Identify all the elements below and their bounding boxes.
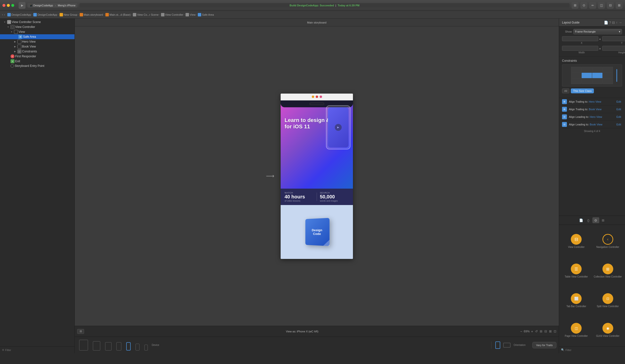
- zoom-in-btn[interactable]: +: [531, 330, 533, 333]
- layout3-icon[interactable]: ⊡: [554, 330, 556, 333]
- layout2-icon[interactable]: ⊠: [549, 330, 552, 333]
- breadcrumb-item-6[interactable]: View Co...r Scene: [133, 13, 158, 16]
- disclosure-vc[interactable]: ▾: [6, 25, 10, 29]
- portrait-option[interactable]: [495, 341, 500, 349]
- constraint-text-2: Align Trailing to: Book View: [569, 108, 614, 111]
- web-button[interactable]: ⊙: [580, 2, 587, 9]
- disclosure-heroview[interactable]: ▶: [13, 40, 17, 43]
- obj-item-vc[interactable]: ⊟ View Controller: [561, 227, 592, 255]
- tree-item-view[interactable]: ▾ View: [0, 29, 74, 34]
- obj-item-glvc[interactable]: ◉ GLKit View Controller: [593, 316, 623, 344]
- tree-item-heroview[interactable]: ▶ Hero View: [0, 39, 74, 44]
- lib-tab-file[interactable]: 📄: [578, 217, 585, 223]
- bc-label-1: DesignCodeApp: [11, 13, 31, 16]
- width-stepper-up[interactable]: ▲: [599, 47, 601, 50]
- device-ipad-pro[interactable]: [91, 340, 102, 352]
- version-editor[interactable]: ⊠: [616, 2, 623, 9]
- disclosure-vc-scene[interactable]: ▾: [3, 20, 6, 24]
- tree-item-vc[interactable]: ▾ View Controller: [0, 25, 74, 29]
- tree-item-firstresponder[interactable]: F First Responder: [0, 54, 74, 59]
- all-constraints-btn[interactable]: All: [562, 88, 569, 93]
- x-stepper-up[interactable]: ▲: [599, 37, 601, 40]
- edit-btn-3[interactable]: Edit: [615, 115, 622, 118]
- navigator-toggle[interactable]: ⊞: [572, 2, 578, 9]
- obj-item-pagevc[interactable]: ◫ Page View Controller: [561, 316, 592, 344]
- breadcrumb-item-9[interactable]: Safe Area: [198, 13, 214, 16]
- tree-item-bookview[interactable]: ▶ Book View: [0, 44, 74, 49]
- right-border-indicator: [616, 69, 617, 82]
- canvas-scroll[interactable]: ⟶: [75, 27, 559, 326]
- obj-item-nav[interactable]: ‹ Navigation Controller: [593, 227, 623, 255]
- height-input[interactable]: 734: [602, 46, 625, 51]
- disclosure-bookview[interactable]: ▶: [13, 45, 17, 48]
- run-button[interactable]: ▶: [19, 2, 26, 9]
- show-dropdown[interactable]: Frame Rectangle ▾: [573, 29, 622, 34]
- width-input[interactable]: 375: [562, 46, 598, 51]
- inspector-link-icon[interactable]: ↑: [616, 21, 618, 25]
- tree-item-vc-scene[interactable]: ▾ S View Controller Scene: [0, 20, 74, 25]
- maximize-button[interactable]: [11, 4, 14, 7]
- breadcrumb-item-3[interactable]: New Group: [60, 13, 77, 16]
- edit-btn-4[interactable]: Edit: [615, 123, 622, 126]
- lib-tab-curly[interactable]: {}: [585, 217, 592, 223]
- dot-yellow: [312, 96, 314, 98]
- close-button[interactable]: [2, 4, 5, 7]
- obj-item-collectionvc[interactable]: ⊞ Collection View Controller: [593, 256, 623, 285]
- phone-book: DesignCode: [281, 205, 353, 259]
- minimize-button[interactable]: [7, 4, 10, 7]
- disclosure-view[interactable]: ▾: [10, 30, 13, 33]
- inspector-window-icon[interactable]: ⊟: [612, 21, 615, 25]
- landscape-option[interactable]: [503, 343, 510, 348]
- tree-item-safearea[interactable]: ⊞ Safe Area: [0, 34, 74, 39]
- lib-tab-circle[interactable]: ⊙: [593, 217, 599, 223]
- tree-item-constraints[interactable]: ▶ ◫ Constraints: [0, 49, 74, 54]
- tree-item-exit[interactable]: X Exit: [0, 59, 74, 64]
- nav-filter-input[interactable]: [5, 349, 73, 352]
- device-iphone-x[interactable]: [124, 341, 133, 352]
- device-iphone[interactable]: [134, 343, 141, 352]
- edit-btn-2[interactable]: Edit: [615, 108, 622, 111]
- inspector-more-icon[interactable]: →: [619, 21, 622, 25]
- inspector-title: Layout Guide: [562, 21, 579, 24]
- refresh-icon[interactable]: ↺: [535, 330, 538, 333]
- vary-for-traits-button[interactable]: Vary for Traits: [532, 342, 556, 348]
- this-size-class-btn[interactable]: This Size Class: [571, 88, 594, 93]
- breadcrumb-item-8[interactable]: View: [186, 13, 196, 16]
- device-ipad-pro-large[interactable]: [77, 339, 90, 352]
- canvas-menu-btn[interactable]: ⊟: [77, 329, 84, 334]
- icon-bookview: [17, 45, 21, 49]
- disclosure-constraints[interactable]: ▶: [13, 50, 17, 53]
- breadcrumb-item-2[interactable]: DesignCodeApp: [33, 13, 57, 16]
- zoom-out-btn[interactable]: −: [520, 330, 522, 333]
- lib-tab-grid[interactable]: ⊞: [600, 217, 607, 223]
- breadcrumb-item-7[interactable]: View Controller: [161, 13, 183, 16]
- grid-icon[interactable]: ⊞: [540, 330, 542, 333]
- breadcrumb-item-1[interactable]: DesignCodeApp: [7, 13, 31, 16]
- editor-layout[interactable]: ◫: [598, 2, 605, 9]
- constraint-item-1: ⊞ Align Trailing to: Hero View Edit: [562, 98, 622, 106]
- inspector-file-icon[interactable]: 📄: [604, 21, 608, 25]
- breadcrumb-forward[interactable]: ›: [4, 13, 5, 16]
- obj-collectionvc-label: Collection View Controller: [594, 275, 622, 278]
- tree-item-entrypoint[interactable]: Storyboard Entry Point: [0, 64, 74, 68]
- assistant-editor[interactable]: ⊟: [607, 2, 614, 9]
- edit-btn-1[interactable]: Edit: [615, 100, 622, 103]
- breadcrumb-item-5[interactable]: Main.st...d (Base): [105, 13, 131, 16]
- breadcrumb-back[interactable]: ‹: [2, 13, 3, 16]
- lib-filter-input[interactable]: [565, 349, 623, 352]
- device-iphone-se[interactable]: [142, 344, 150, 352]
- obj-item-tablevc[interactable]: ☰ Table View Controller: [561, 256, 592, 285]
- scheme-selector[interactable]: 📱 DesignCodeApp › Meng's iPhone: [28, 3, 77, 8]
- obj-item-tabbarvc[interactable]: ⬜ Tab Bar Controller: [561, 286, 592, 315]
- back-button[interactable]: ⇐: [589, 2, 596, 9]
- obj-item-splitvc[interactable]: ⊡ Split View Controller: [593, 286, 623, 315]
- device-ipad-mini[interactable]: [103, 341, 114, 352]
- y-input[interactable]: 44: [602, 36, 625, 41]
- layout1-icon[interactable]: ⊟: [544, 330, 547, 333]
- label-vc-scene: View Controller Scene: [12, 20, 41, 24]
- breadcrumb-item-4[interactable]: Main.storyboard: [80, 13, 103, 16]
- inspector-question-icon[interactable]: ?: [609, 21, 611, 25]
- portrait-icon: [495, 341, 500, 349]
- device-iphone-plus[interactable]: [115, 341, 123, 352]
- x-input[interactable]: 0: [562, 36, 598, 41]
